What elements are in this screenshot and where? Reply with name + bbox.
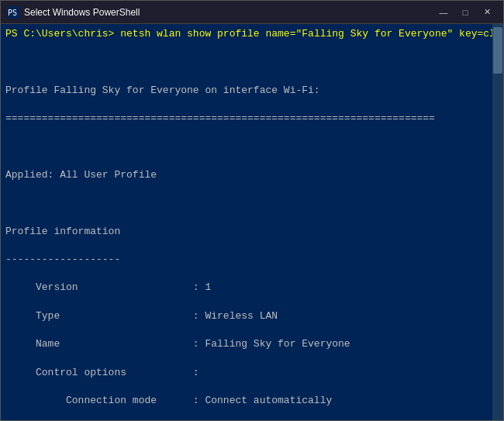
- scrollbar[interactable]: [492, 24, 503, 420]
- command: netsh wlan show profile name="Falling Sk…: [114, 28, 492, 40]
- close-button[interactable]: ✕: [477, 5, 497, 20]
- line-blank-1: [5, 55, 488, 69]
- line-separator-1: ========================================…: [5, 112, 488, 126]
- line-control-options: Control options :: [5, 366, 488, 380]
- powershell-icon: PS: [7, 6, 19, 19]
- line-name: Name : Falling Sky for Everyone: [5, 337, 488, 351]
- line-profile-info: Profile information: [5, 225, 488, 239]
- line-applied: Applied: All User Profile: [5, 168, 488, 182]
- line-blank-2: [5, 140, 488, 154]
- line-version: Version : 1: [5, 281, 488, 295]
- line-connection-mode: Connection mode : Connect automatically: [5, 394, 488, 408]
- svg-text:PS: PS: [8, 9, 17, 17]
- window-controls: — □ ✕: [433, 5, 497, 20]
- scroll-thumb[interactable]: [493, 27, 502, 74]
- title-bar: PS Select Windows PowerShell — □ ✕: [1, 1, 503, 24]
- command-line: PS C:\Users\chris> netsh wlan show profi…: [5, 27, 488, 41]
- window: PS Select Windows PowerShell — □ ✕ PS C:…: [0, 0, 504, 421]
- minimize-button[interactable]: —: [433, 5, 454, 20]
- window-title: Select Windows PowerShell: [24, 7, 433, 18]
- line-type: Type : Wireless LAN: [5, 309, 488, 323]
- terminal[interactable]: PS C:\Users\chris> netsh wlan show profi…: [1, 24, 492, 420]
- maximize-button[interactable]: □: [455, 5, 475, 20]
- line-profile-header: Profile Falling Sky for Everyone on inte…: [5, 84, 488, 98]
- prompt: PS C:\Users\chris>: [5, 28, 114, 40]
- line-blank-3: [5, 196, 488, 210]
- content-area: PS C:\Users\chris> netsh wlan show profi…: [1, 24, 503, 420]
- line-separator-2: -------------------: [5, 253, 488, 267]
